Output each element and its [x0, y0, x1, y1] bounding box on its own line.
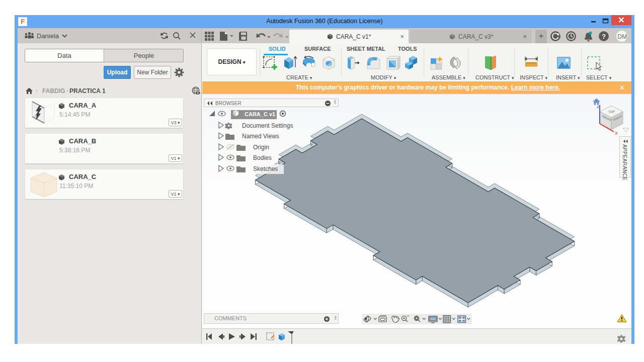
svg-text:TOP: TOP — [608, 110, 615, 114]
svg-text:?: ? — [602, 33, 606, 40]
svg-text:Daniela: Daniela — [37, 32, 59, 40]
svg-text:Named Views: Named Views — [242, 133, 279, 140]
svg-text:Origin: Origin — [253, 144, 269, 151]
svg-text:Bodies: Bodies — [253, 154, 272, 161]
svg-text:X: X — [615, 131, 618, 136]
svg-text:Sketches: Sketches — [253, 165, 278, 172]
svg-text:CARA_C v1: CARA_C v1 — [245, 111, 275, 117]
svg-text:Document Settings: Document Settings — [242, 122, 293, 129]
svg-text:Z: Z — [597, 105, 599, 109]
svg-text:DM: DM — [618, 33, 627, 40]
